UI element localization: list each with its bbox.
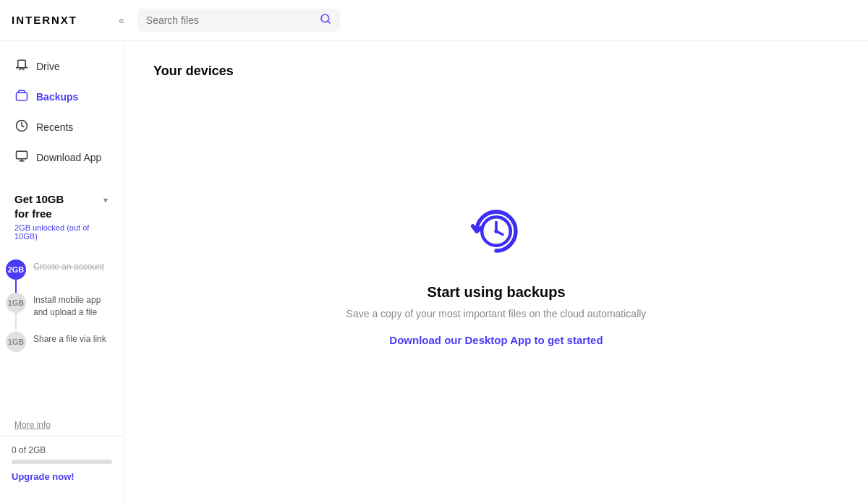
recents-icon: [14, 119, 29, 135]
step-item-install-mobile: 1GB Install mobile app and upload a file: [6, 291, 115, 319]
svg-point-10: [494, 229, 498, 233]
sidebar-item-recents[interactable]: Recents: [6, 113, 118, 142]
sidebar: Drive Backups Recents: [0, 40, 124, 503]
main-content: Your devices Start using b: [124, 40, 868, 503]
download-app-icon: [14, 150, 29, 165]
topbar: INTERNXT «: [0, 0, 868, 40]
sidebar-item-backups-label: Backups: [36, 91, 78, 103]
backup-clock-icon: [464, 199, 529, 264]
backups-icon: [14, 89, 29, 105]
step-badge-share-file: 1GB: [6, 332, 26, 352]
storage-label: 0 of 2GB: [12, 445, 112, 455]
search-input[interactable]: [146, 14, 314, 26]
sidebar-item-download-app[interactable]: Download App: [6, 143, 118, 172]
steps-container: 2GB Create an account 1GB Install mobile…: [0, 258, 124, 414]
sidebar-item-drive-label: Drive: [36, 61, 60, 72]
devices-title: Your devices: [153, 64, 234, 79]
search-icon[interactable]: [320, 13, 331, 27]
svg-rect-4: [17, 151, 27, 159]
empty-state-title: Start using backups: [427, 284, 565, 301]
free-storage-chevron[interactable]: ▾: [102, 194, 109, 207]
step-text-create-account: Create an account: [33, 258, 104, 273]
step-item-create-account: 2GB Create an account: [6, 258, 115, 280]
download-desktop-app-link[interactable]: Download our Desktop App to get started: [389, 334, 603, 346]
more-info-link[interactable]: More info: [0, 414, 124, 436]
step-text-share-file: Share a file via link: [33, 330, 106, 345]
empty-state: Start using backups Save a copy of your …: [153, 108, 839, 480]
upgrade-button[interactable]: Upgrade now!: [12, 471, 75, 482]
steps-scroll[interactable]: 2GB Create an account 1GB Install mobile…: [6, 258, 118, 364]
sidebar-item-drive[interactable]: Drive: [6, 52, 118, 81]
step-badge-install-mobile: 1GB: [6, 293, 26, 313]
collapse-sidebar-button[interactable]: «: [114, 12, 129, 29]
step-text-install-mobile: Install mobile app and upload a file: [33, 291, 115, 319]
free-title-line1: Get 10GB for free: [14, 192, 102, 220]
logo: INTERNXT: [12, 14, 106, 26]
svg-line-1: [328, 21, 330, 23]
search-bar: [137, 9, 340, 32]
backup-icon-wrapper: [464, 199, 529, 267]
step-item-share-file: 1GB Share a file via link: [6, 330, 115, 352]
empty-state-description: Save a copy of your most important files…: [346, 308, 647, 319]
free-storage-promo: Get 10GB for free 2GB unlocked (out of 1…: [6, 184, 118, 249]
storage-section: 0 of 2GB Upgrade now!: [0, 436, 124, 491]
svg-rect-2: [17, 93, 27, 100]
sidebar-item-recents-label: Recents: [36, 121, 73, 133]
nav-menu: Drive Backups Recents: [0, 52, 124, 172]
free-subtitle: 2GB unlocked (out of 10GB): [14, 223, 102, 241]
sidebar-item-download-app-label: Download App: [36, 152, 101, 163]
layout: Drive Backups Recents: [0, 40, 868, 503]
sidebar-item-backups[interactable]: Backups: [6, 82, 118, 111]
step-badge-create-account: 2GB: [6, 259, 26, 280]
storage-bar-background: [12, 460, 112, 464]
drive-icon: [14, 59, 29, 74]
